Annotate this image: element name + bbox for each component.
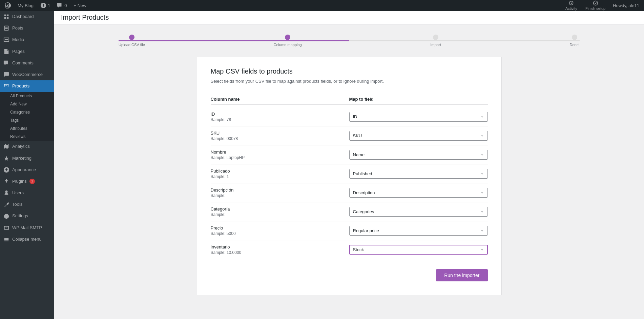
field-label-row-sku: SKU <box>211 131 349 136</box>
field-name-row-precio: PrecioSample: 5000 <box>211 225 349 236</box>
topbar: My Blog 1 0 + New Activity Finish setup … <box>0 0 644 11</box>
step-done-dot <box>572 35 577 40</box>
field-select-row-inventario[interactable]: Do not importIDSKUNamePublishedDescripti… <box>349 245 488 255</box>
field-name-row-inventario: InventarioSample: 10.0000 <box>211 244 349 255</box>
field-name-row-publicado: PublicadoSample: 1 <box>211 168 349 179</box>
sidebar-item-all-products[interactable]: All Products <box>0 92 54 100</box>
step-import-dot <box>433 35 438 40</box>
step-column-mapping: Column mapping <box>274 35 302 47</box>
field-sample-row-sku: Sample: 00078 <box>211 136 349 141</box>
field-name-row-sku: SKUSample: 00078 <box>211 131 349 141</box>
field-label-row-precio: Precio <box>211 225 349 231</box>
field-select-row-id[interactable]: Do not importIDSKUNamePublishedDescripti… <box>349 112 488 122</box>
sidebar-item-reviews[interactable]: Reviews <box>0 133 54 141</box>
sidebar-item-settings[interactable]: Settings <box>0 210 54 222</box>
step-done: Done! <box>570 35 580 47</box>
stepper: Upload CSV file Column mapping Import Do… <box>61 31 637 50</box>
mapping-row-row-descripcion: DescripciónSample:Do not importIDSKUName… <box>211 183 488 202</box>
mapping-rows: IDSample: 78Do not importIDSKUNamePublis… <box>211 107 488 259</box>
sidebar-item-products[interactable]: Products <box>0 80 54 92</box>
comments-button[interactable]: 0 <box>54 0 69 11</box>
user-greeting[interactable]: Howdy, ale11 <box>610 0 642 11</box>
field-name-row-descripcion: DescripciónSample: <box>211 187 349 198</box>
column-header-name: Column name <box>211 97 349 102</box>
mapping-row-row-nombre: NombreSample: LaptopHPDo not importIDSKU… <box>211 145 488 164</box>
field-name-row-nombre: NombreSample: LaptopHP <box>211 149 349 160</box>
sidebar-item-collapse[interactable]: Collapse menu <box>0 234 54 245</box>
sidebar-item-add-new[interactable]: Add New <box>0 100 54 108</box>
field-select-col-row-nombre: Do not importIDSKUNamePublishedDescripti… <box>349 150 488 160</box>
field-select-col-row-publicado: Do not importIDSKUNamePublishedDescripti… <box>349 169 488 179</box>
step-column-mapping-label: Column mapping <box>274 43 302 47</box>
step-upload-label: Upload CSV file <box>119 43 145 47</box>
sidebar-item-posts[interactable]: Posts <box>0 22 54 34</box>
import-card: Map CSV fields to products Select fields… <box>197 57 502 295</box>
site-name[interactable]: My Blog <box>15 0 36 11</box>
mapping-row-row-id: IDSample: 78Do not importIDSKUNamePublis… <box>211 107 488 126</box>
sidebar-item-marketing[interactable]: Marketing <box>0 153 54 164</box>
sidebar-item-comments[interactable]: Comments <box>0 57 54 69</box>
field-select-col-row-inventario: Do not importIDSKUNamePublishedDescripti… <box>349 245 488 255</box>
field-select-row-publicado[interactable]: Do not importIDSKUNamePublishedDescripti… <box>349 169 488 179</box>
sidebar-item-plugins[interactable]: Plugins 1 <box>0 176 54 187</box>
column-header-field: Map to field <box>349 97 488 102</box>
field-select-row-sku[interactable]: Do not importIDSKUNamePublishedDescripti… <box>349 131 488 141</box>
field-name-row-categoria: CategoríaSample: <box>211 206 349 217</box>
field-label-row-publicado: Publicado <box>211 168 349 174</box>
sidebar: Dashboard Posts Media Pages Comments Woo… <box>0 11 54 319</box>
field-select-row-nombre[interactable]: Do not importIDSKUNamePublishedDescripti… <box>349 150 488 160</box>
field-label-row-inventario: Inventario <box>211 244 349 250</box>
plugins-badge: 1 <box>29 179 35 184</box>
sidebar-item-pages[interactable]: Pages <box>0 46 54 57</box>
page-title: Import Products <box>61 14 109 21</box>
run-importer-button[interactable]: Run the importer <box>436 269 487 281</box>
sidebar-item-categories[interactable]: Categories <box>0 108 54 116</box>
field-select-col-row-sku: Do not importIDSKUNamePublishedDescripti… <box>349 131 488 141</box>
field-select-row-descripcion[interactable]: Do not importIDSKUNamePublishedDescripti… <box>349 188 488 198</box>
sidebar-item-users[interactable]: Users <box>0 187 54 199</box>
sidebar-item-woocommerce[interactable]: WooCommerce <box>0 69 54 80</box>
step-import-label: Import <box>431 43 441 47</box>
step-import: Import <box>431 35 441 47</box>
field-label-row-categoria: Categoría <box>211 206 349 212</box>
step-done-label: Done! <box>570 43 580 47</box>
mapping-row-row-inventario: InventarioSample: 10.0000Do not importID… <box>211 240 488 259</box>
sidebar-item-tags[interactable]: Tags <box>0 116 54 124</box>
field-select-col-row-categoria: Do not importIDSKUNamePublishedDescripti… <box>349 207 488 217</box>
updates-button[interactable]: 1 <box>38 0 53 11</box>
field-label-row-id: ID <box>211 112 349 117</box>
action-row: Run the importer <box>211 269 488 281</box>
stepper-steps: Upload CSV file Column mapping Import Do… <box>119 35 580 47</box>
field-sample-row-nombre: Sample: LaptopHP <box>211 155 349 160</box>
sidebar-item-wp-mail-smtp[interactable]: WP Mail SMTP <box>0 222 54 234</box>
mapping-header: Column name Map to field <box>211 94 488 105</box>
mapping-row-row-publicado: PublicadoSample: 1Do not importIDSKUName… <box>211 164 488 183</box>
step-upload: Upload CSV file <box>119 35 145 47</box>
finish-setup-button[interactable]: Finish setup <box>582 0 609 11</box>
field-sample-row-descripcion: Sample: <box>211 193 349 198</box>
step-column-mapping-dot <box>285 35 290 40</box>
field-name-row-id: IDSample: 78 <box>211 112 349 122</box>
mapping-row-row-sku: SKUSample: 00078Do not importIDSKUNamePu… <box>211 126 488 145</box>
sidebar-item-analytics[interactable]: Analytics <box>0 141 54 152</box>
new-button[interactable]: + New <box>71 0 89 11</box>
page-header: Import Products <box>54 11 644 24</box>
sidebar-item-media[interactable]: Media <box>0 34 54 45</box>
sidebar-item-tools[interactable]: Tools <box>0 199 54 210</box>
sidebar-item-attributes[interactable]: Attributes <box>0 124 54 133</box>
field-sample-row-inventario: Sample: 10.0000 <box>211 250 349 255</box>
field-sample-row-publicado: Sample: 1 <box>211 174 349 179</box>
import-card-desc: Select fields from your CSV file to map … <box>211 79 488 84</box>
field-select-row-precio[interactable]: Do not importIDSKUNamePublishedDescripti… <box>349 226 488 236</box>
sidebar-item-dashboard[interactable]: Dashboard <box>0 11 54 22</box>
wp-logo[interactable] <box>2 0 14 11</box>
field-sample-row-categoria: Sample: <box>211 212 349 217</box>
field-select-row-categoria[interactable]: Do not importIDSKUNamePublishedDescripti… <box>349 207 488 217</box>
field-sample-row-precio: Sample: 5000 <box>211 231 349 236</box>
topbar-right: Activity Finish setup Howdy, ale11 <box>562 0 642 11</box>
field-select-col-row-precio: Do not importIDSKUNamePublishedDescripti… <box>349 226 488 236</box>
field-label-row-descripcion: Descripción <box>211 187 349 193</box>
sidebar-item-appearance[interactable]: Appearance <box>0 164 54 176</box>
activity-button[interactable]: Activity <box>562 0 581 11</box>
step-upload-dot <box>129 35 134 40</box>
